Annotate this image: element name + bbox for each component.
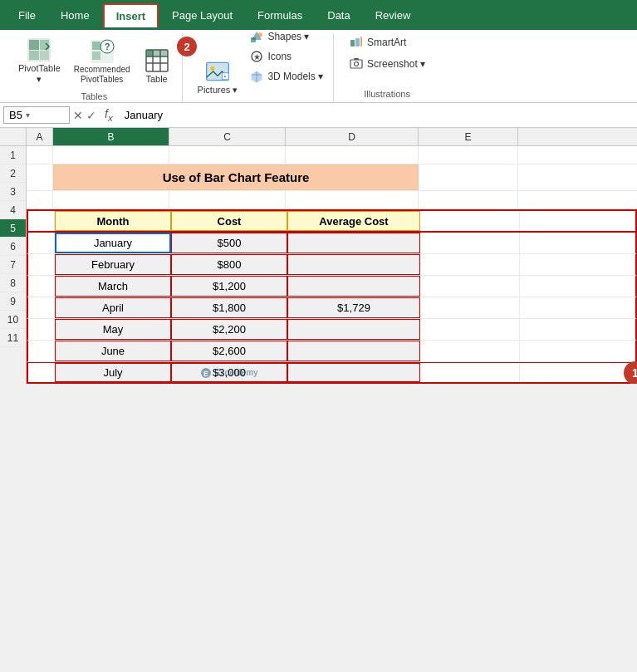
cell-c9-cost[interactable]: $2,200	[171, 319, 287, 340]
row-header-4[interactable]: 4	[0, 201, 26, 219]
cell-e2[interactable]	[419, 164, 518, 190]
ribbon-body: PivotTable▾ ? RecommendedPivotTable	[0, 30, 637, 103]
svg-rect-17	[153, 50, 160, 56]
smartart-label: SmartArt	[367, 37, 406, 48]
pictures-button[interactable]: Pictures ▾	[193, 55, 243, 99]
cell-d4-avgcost[interactable]: Average Cost	[287, 211, 420, 231]
cell-d7-avg[interactable]	[287, 276, 420, 297]
cell-e3[interactable]	[419, 191, 518, 208]
3d-models-button[interactable]: 3D Models ▾	[246, 67, 326, 86]
tab-file[interactable]: File	[7, 4, 47, 27]
cell-d8-avg[interactable]: $1,729	[287, 297, 420, 318]
cell-ref-dropdown[interactable]: ▾	[26, 110, 30, 120]
col-header-a[interactable]: A	[27, 128, 53, 145]
cell-d3[interactable]	[286, 191, 419, 208]
cell-reference-box[interactable]: B5 ▾	[3, 106, 70, 124]
row-header-8[interactable]: 8	[0, 274, 26, 292]
cell-b4-month[interactable]: Month	[55, 211, 171, 231]
smartart-button[interactable]: SmartArt	[345, 33, 409, 52]
row-header-3[interactable]: 3	[0, 183, 26, 201]
cell-c5-cost[interactable]: $500	[171, 233, 287, 253]
formula-input[interactable]	[121, 107, 634, 123]
col-header-d[interactable]: D	[286, 128, 419, 145]
cell-e5[interactable]	[420, 233, 520, 253]
cell-d9-avg[interactable]	[287, 319, 420, 340]
cell-e8[interactable]	[420, 297, 520, 318]
svg-rect-1	[29, 40, 39, 50]
cell-c6-cost[interactable]: $800	[171, 254, 287, 275]
row-header-7[interactable]: 7	[0, 256, 26, 274]
cell-b7-march[interactable]: March	[55, 276, 171, 297]
row-header-5[interactable]: 5	[0, 219, 26, 238]
cell-b6-february[interactable]: February	[55, 254, 171, 275]
shapes-button[interactable]: Shapes ▾	[246, 27, 326, 46]
cell-a6[interactable]	[28, 254, 55, 275]
recommended-pivot-button[interactable]: ? RecommendedPivotTables	[69, 35, 135, 88]
cell-e7[interactable]	[420, 276, 520, 297]
cell-e1[interactable]	[419, 146, 518, 164]
cell-a8[interactable]	[28, 297, 55, 318]
tab-page-layout[interactable]: Page Layout	[160, 4, 244, 27]
cell-b5-january[interactable]: January	[55, 233, 171, 253]
grid-row-2: Use of Bar Chart Feature	[27, 164, 637, 191]
cell-b9-may[interactable]: May	[55, 319, 171, 340]
row-header-9[interactable]: 9	[0, 292, 26, 311]
cell-e9[interactable]	[420, 319, 520, 340]
col-header-b[interactable]: B	[53, 128, 169, 145]
cell-a4[interactable]	[28, 211, 55, 231]
cell-a3[interactable]	[27, 191, 53, 208]
cell-d6-avg[interactable]	[287, 254, 420, 275]
cell-b8-april[interactable]: April	[55, 297, 171, 318]
col-header-c[interactable]: C	[169, 128, 286, 145]
cell-title[interactable]: Use of Bar Chart Feature	[53, 164, 419, 190]
row-header-11[interactable]: 11	[0, 329, 26, 347]
cell-b1[interactable]	[53, 146, 169, 164]
cell-b11-july[interactable]: July	[55, 363, 171, 382]
cell-a5[interactable]	[28, 233, 55, 253]
cell-d10-avg[interactable]	[287, 341, 420, 361]
cell-a11[interactable]	[28, 363, 55, 382]
cell-c7-cost[interactable]: $1,200	[171, 276, 287, 297]
other-buttons: SmartArt Screenshot ▾	[345, 33, 429, 89]
pivot-table-button[interactable]: PivotTable▾	[13, 33, 66, 88]
cell-c4-cost[interactable]: Cost	[171, 211, 287, 231]
tab-data[interactable]: Data	[316, 4, 361, 27]
cell-a7[interactable]	[28, 276, 55, 297]
cell-d11-avg[interactable]	[287, 363, 420, 382]
col-header-e[interactable]: E	[419, 128, 518, 145]
cell-d5-avg[interactable]	[287, 233, 420, 253]
cell-c8-cost[interactable]: $1,800	[171, 297, 287, 318]
tab-review[interactable]: Review	[364, 4, 423, 27]
recommended-pivot-label: RecommendedPivotTables	[74, 65, 130, 85]
cell-e11[interactable]	[420, 363, 520, 382]
cell-c1[interactable]	[169, 146, 286, 164]
cell-e6[interactable]	[420, 254, 520, 275]
row-header-2[interactable]: 2	[0, 164, 26, 183]
row-header-6[interactable]: 6	[0, 238, 26, 256]
ribbon-group-tables: PivotTable▾ ? RecommendedPivotTable	[7, 33, 183, 102]
tab-insert[interactable]: Insert	[103, 3, 159, 27]
table-button[interactable]: Table	[139, 44, 175, 88]
cell-d1[interactable]	[286, 146, 419, 164]
cell-b10-june[interactable]: June	[55, 341, 171, 361]
row-header-1[interactable]: 1	[0, 146, 26, 164]
tab-formulas[interactable]: Formulas	[246, 4, 314, 27]
cell-a9[interactable]	[28, 319, 55, 340]
screenshot-button[interactable]: Screenshot ▾	[345, 55, 429, 73]
tab-home[interactable]: Home	[49, 4, 101, 27]
cell-a10[interactable]	[28, 341, 55, 361]
confirm-icon[interactable]: ✓	[86, 109, 96, 122]
grid-row-4: Month Cost Average Cost	[27, 209, 637, 233]
cell-e4[interactable]	[420, 211, 520, 231]
icons-icon: ★	[249, 49, 264, 64]
cell-e10[interactable]	[420, 341, 520, 361]
cell-a2[interactable]	[27, 164, 53, 190]
icons-button[interactable]: ★ Icons	[246, 47, 326, 66]
row-header-10[interactable]: 10	[0, 311, 26, 329]
cell-b3[interactable]	[53, 191, 169, 208]
cell-c10-cost[interactable]: $2,600	[171, 341, 287, 361]
cell-c3[interactable]	[169, 191, 286, 208]
cell-c11-cost[interactable]: $3,000 E Exceldemy	[171, 363, 287, 382]
cell-a1[interactable]	[27, 146, 53, 164]
cancel-icon[interactable]: ✕	[73, 109, 83, 122]
